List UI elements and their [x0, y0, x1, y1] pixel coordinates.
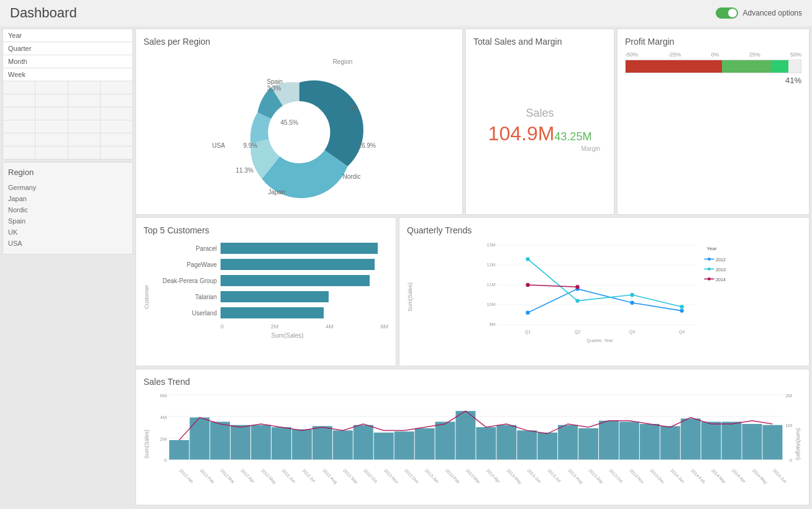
toggle-knob [728, 9, 737, 17]
point-2013-q2 [575, 299, 579, 302]
total-sales-panel: Total Sales and Margin Sales 104.9M 43.2… [465, 29, 614, 215]
svg-text:2014-Feb: 2014-Feb [690, 468, 706, 484]
svg-rect-45 [415, 428, 435, 459]
top-customers-panel: Top 5 Customers Customer Paracel [135, 217, 396, 366]
region-japan[interactable]: Japan [8, 193, 127, 204]
advanced-options-toggle[interactable] [716, 7, 738, 19]
grid-cell-21 [3, 146, 35, 159]
customer-bar-fill-talarian [221, 291, 329, 302]
filter-week[interactable]: Week [3, 68, 132, 81]
svg-text:2012-Nov: 2012-Nov [383, 468, 399, 485]
svg-text:2012-Dec: 2012-Dec [404, 468, 420, 485]
advanced-options[interactable]: Advanced options [716, 7, 802, 19]
sales-per-region-panel: Sales per Region Region [135, 29, 463, 215]
region-germany[interactable]: Germany [8, 182, 127, 193]
customer-bar-fill-deak [221, 275, 370, 286]
svg-rect-44 [395, 431, 414, 459]
uk-label: UK [349, 105, 358, 112]
svg-rect-49 [496, 425, 516, 460]
customer-bar-fill-userland [221, 307, 324, 318]
axis-minus50: -50% [625, 52, 638, 58]
svg-rect-35 [210, 421, 230, 459]
svg-text:2013-May: 2013-May [506, 468, 523, 485]
grid-cell-6 [35, 94, 67, 107]
trend-chart-area: 6M 4M 2M 0 2012-Jan2012-Feb2012-Mar2012-… [150, 392, 795, 497]
margin-bar-red [626, 60, 722, 73]
nordic-label: Nordic [343, 173, 361, 180]
filter-quarter[interactable]: Quarter [3, 42, 132, 55]
svg-text:2014-May: 2014-May [751, 468, 769, 485]
svg-text:Quarter, Year: Quarter, Year [586, 338, 613, 343]
svg-text:Q2: Q2 [575, 329, 581, 335]
svg-rect-33 [169, 440, 189, 459]
svg-text:2014: 2014 [716, 277, 726, 282]
point-2014-q1 [526, 283, 529, 287]
region-nordic[interactable]: Nordic [8, 204, 127, 215]
svg-text:Q3: Q3 [629, 329, 636, 335]
svg-text:Q4: Q4 [679, 329, 685, 335]
main-layout: Year Quarter Month Week [0, 26, 812, 508]
trend-y-left-label: Sum(Sales) [144, 430, 150, 459]
grid-cell-17 [3, 133, 35, 146]
svg-rect-42 [354, 425, 373, 460]
svg-rect-53 [578, 428, 598, 459]
grid-cell-10 [35, 107, 67, 120]
profit-margin-content: -50% -25% 0% 25% 50% 41% [625, 52, 801, 85]
uk-pct: 26.9% [358, 142, 376, 149]
margin-bar-green [722, 60, 771, 73]
svg-text:2013-Jun: 2013-Jun [527, 468, 542, 484]
customer-name-deak: Deak-Perera Group [152, 277, 221, 284]
sales-value: 104.9M [488, 122, 555, 145]
grid-cell-13 [3, 120, 35, 133]
grid-cell-18 [35, 133, 67, 146]
svg-rect-43 [374, 433, 394, 459]
profit-margin-panel: Profit Margin -50% -25% 0% 25% 50% [617, 29, 810, 215]
filter-year[interactable]: Year [3, 29, 132, 42]
app-title: Dashboard [10, 5, 77, 21]
trend-y-right-label: Sum(Margin) [795, 428, 801, 460]
region-uk[interactable]: UK [8, 227, 127, 238]
customer-bar-fill-paracel [221, 243, 378, 254]
margin-percent: 41% [625, 76, 801, 85]
customer-bar-userland [221, 307, 388, 318]
svg-text:11M: 11M [487, 282, 496, 287]
svg-rect-46 [436, 421, 455, 459]
customer-row-paracel: Paracel [152, 243, 388, 254]
svg-text:2013-Dec: 2013-Dec [649, 468, 665, 485]
region-spain[interactable]: Spain [8, 215, 127, 227]
point-2014-q2 [575, 285, 579, 289]
x-tick-6m: 6M [380, 323, 388, 330]
svg-point-20 [708, 268, 711, 271]
app-header: Dashboard Advanced options [0, 0, 812, 26]
region-usa[interactable]: USA [8, 238, 127, 249]
point-2012-q3 [630, 301, 634, 305]
svg-text:2012-Jun: 2012-Jun [281, 468, 296, 484]
customers-bars: Paracel PageWave [150, 240, 388, 354]
customer-bar-paracel [221, 243, 388, 254]
filter-month[interactable]: Month [3, 55, 132, 68]
margin-bar [625, 60, 801, 73]
japan-pct: 11.3% [236, 167, 253, 174]
grid-cell-12 [101, 107, 132, 120]
grid-cell-2 [35, 81, 67, 94]
customers-y-label: Customer [144, 285, 150, 309]
x-tick-0: 0 [221, 323, 224, 330]
grid-cell-4 [101, 81, 132, 94]
svg-rect-57 [660, 426, 680, 459]
svg-rect-54 [599, 421, 619, 460]
customer-bar-talarian [221, 291, 388, 302]
top-row: Sales per Region Region [135, 29, 810, 215]
grid-cell-16 [101, 120, 132, 133]
spain-label: Spain [267, 78, 283, 85]
svg-rect-51 [537, 433, 557, 459]
top-customers-title: Top 5 Customers [144, 225, 388, 235]
customers-chart: Customer Paracel PageWave [144, 240, 388, 354]
point-2012-q4 [680, 309, 683, 312]
svg-text:2012-Apr: 2012-Apr [240, 468, 256, 484]
svg-text:2012: 2012 [716, 257, 726, 263]
svg-text:0: 0 [790, 457, 793, 463]
sales-values: 104.9M 43.25M [488, 122, 592, 145]
quarterly-trends-panel: Quarterly Trends Sum(Sales) [399, 217, 810, 366]
donut-chart-container: Region [144, 52, 455, 200]
quarterly-chart: 13M 12M 11M 10M 9M Q1 Q2 Q3 Q4 [413, 240, 801, 354]
